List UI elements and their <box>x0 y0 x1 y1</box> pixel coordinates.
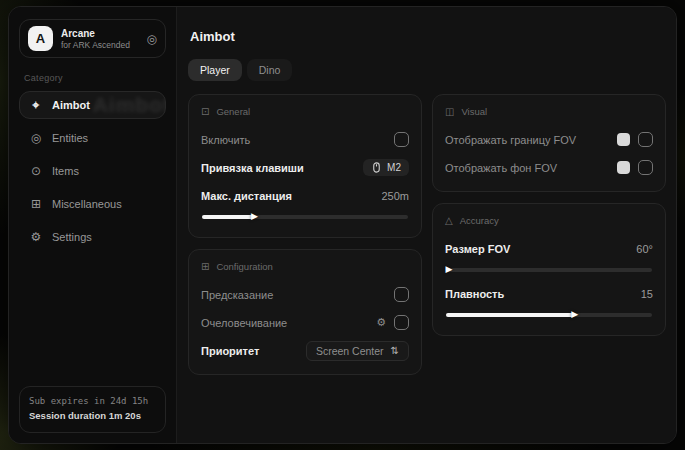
grid-icon: ⊞ <box>29 197 43 211</box>
brand-subtitle: for ARK Ascended <box>61 40 130 50</box>
sidebar-item-label: Miscellaneous <box>52 198 122 210</box>
fov-border-controls <box>617 132 653 147</box>
accuracy-icon: △ <box>445 215 453 226</box>
slider-thumb[interactable]: ▶ <box>571 310 578 319</box>
humanize-controls: ⚙ <box>376 315 409 330</box>
visual-icon: ◫ <box>445 106 454 117</box>
keybind-row: Привязка клавиши M2 <box>201 157 409 178</box>
prediction-label: Предсказание <box>201 289 273 301</box>
sidebar-item-label: Settings <box>52 231 92 243</box>
sidebar-item-entities[interactable]: ◎ Entities <box>19 124 166 152</box>
left-column: ⊡ General Включить Привязка клавиши M2 <box>188 94 422 375</box>
target-icon[interactable]: ◎ <box>147 32 157 46</box>
visual-card-header: ◫ Visual <box>445 106 653 117</box>
main-panel: Aimbot Player Dino ⊡ General Включить <box>177 7 676 443</box>
sidebar-item-label: Items <box>52 165 79 177</box>
sidebar-item-label: Aimbot <box>52 99 90 111</box>
configuration-card-header: ⊞ Configuration <box>201 261 409 272</box>
humanize-label: Очеловечивание <box>201 317 287 329</box>
accuracy-card: △ Accuracy Размер FOV 60° ▶ Плавность <box>432 203 666 336</box>
right-column: ◫ Visual Отображать границу FOV Отобража… <box>432 94 666 336</box>
visual-card: ◫ Visual Отображать границу FOV Отобража… <box>432 94 666 192</box>
fov-background-label: Отображать фон FOV <box>445 162 557 174</box>
configuration-card: ⊞ Configuration Предсказание Очеловечива… <box>188 249 422 375</box>
card-title: General <box>216 106 250 117</box>
configuration-icon: ⊞ <box>201 261 209 272</box>
sidebar-menu: ⌖ Aimbot Aimbot ◎ Entities ⊙ Items ⊞ Mis… <box>19 91 166 251</box>
general-card: ⊡ General Включить Привязка клавиши M2 <box>188 94 422 238</box>
select-arrows-icon: ⇅ <box>391 345 399 356</box>
sidebar-item-label: Entities <box>52 132 88 144</box>
max-distance-slider[interactable]: ▶ <box>202 215 408 219</box>
sub-expires-text: Sub expires in 24d 15h <box>29 396 156 406</box>
max-distance-label: Макс. дистанция <box>201 190 292 202</box>
humanize-row: Очеловечивание ⚙ <box>201 312 409 333</box>
card-title: Configuration <box>216 261 273 272</box>
fov-border-row: Отображать границу FOV <box>445 129 653 150</box>
accuracy-card-header: △ Accuracy <box>445 215 653 226</box>
brand-name: Arcane <box>61 28 130 39</box>
smoothness-row: Плавность 15 <box>445 283 653 304</box>
fov-size-value: 60° <box>636 243 653 255</box>
brand-text: Arcane for ARK Ascended <box>61 28 130 50</box>
smoothness-slider[interactable]: ▶ <box>446 313 652 317</box>
keybind-value: M2 <box>387 162 401 173</box>
general-card-header: ⊡ General <box>201 106 409 117</box>
priority-row: Приоритет Screen Center ⇅ <box>201 340 409 361</box>
fov-background-color-swatch[interactable] <box>617 161 630 174</box>
sidebar-item-miscellaneous[interactable]: ⊞ Miscellaneous <box>19 190 166 218</box>
keybind-label: Привязка клавиши <box>201 162 304 174</box>
subscription-info-box: Sub expires in 24d 15h Session duration … <box>19 386 166 433</box>
prediction-row: Предсказание <box>201 284 409 305</box>
sidebar-item-aimbot[interactable]: ⌖ Aimbot Aimbot <box>19 91 166 119</box>
fov-background-controls <box>617 160 653 175</box>
fov-background-row: Отображать фон FOV <box>445 157 653 178</box>
keybind-button[interactable]: M2 <box>363 159 409 176</box>
mouse-icon <box>371 162 382 173</box>
app-window: A Arcane for ARK Ascended ◎ Category ⌖ A… <box>8 6 677 444</box>
slider-thumb[interactable]: ▶ <box>251 212 258 221</box>
general-icon: ⊡ <box>201 106 209 117</box>
brand-logo: A <box>28 26 53 51</box>
card-title: Visual <box>461 106 487 117</box>
fov-background-checkbox[interactable] <box>638 160 653 175</box>
tab-dino[interactable]: Dino <box>247 59 293 81</box>
fov-border-checkbox[interactable] <box>638 132 653 147</box>
crosshair-icon: ⌖ <box>29 98 43 112</box>
priority-label: Приоритет <box>201 345 259 357</box>
max-distance-value: 250m <box>381 190 409 202</box>
sidebar-item-items[interactable]: ⊙ Items <box>19 157 166 185</box>
humanize-settings-icon[interactable]: ⚙ <box>376 316 386 329</box>
fov-size-slider[interactable]: ▶ <box>446 268 652 272</box>
fov-border-label: Отображать границу FOV <box>445 134 576 146</box>
slider-thumb[interactable]: ▶ <box>446 265 453 274</box>
category-label: Category <box>24 73 161 83</box>
humanize-checkbox[interactable] <box>394 315 409 330</box>
priority-value: Screen Center <box>316 345 384 357</box>
tab-bar: Player Dino <box>188 59 666 81</box>
fov-border-color-swatch[interactable] <box>617 133 630 146</box>
fov-size-label: Размер FOV <box>445 243 510 255</box>
max-distance-row: Макс. дистанция 250m <box>201 185 409 206</box>
fov-size-row: Размер FOV 60° <box>445 238 653 259</box>
priority-dropdown[interactable]: Screen Center ⇅ <box>306 341 409 361</box>
gear-icon: ⚙ <box>29 230 43 244</box>
enable-label: Включить <box>201 134 250 146</box>
smoothness-value: 15 <box>641 288 653 300</box>
enable-checkbox[interactable] <box>394 132 409 147</box>
tab-player[interactable]: Player <box>188 59 242 81</box>
enable-row: Включить <box>201 129 409 150</box>
card-title: Accuracy <box>460 215 499 226</box>
card-columns: ⊡ General Включить Привязка клавиши M2 <box>188 94 666 375</box>
entities-icon: ◎ <box>29 131 43 145</box>
sidebar-item-settings[interactable]: ⚙ Settings <box>19 223 166 251</box>
items-icon: ⊙ <box>29 164 43 178</box>
slider-fill <box>202 215 254 219</box>
session-duration-text: Session duration 1m 20s <box>29 410 156 421</box>
sidebar: A Arcane for ARK Ascended ◎ Category ⌖ A… <box>9 7 177 443</box>
prediction-checkbox[interactable] <box>394 287 409 302</box>
smoothness-label: Плавность <box>445 288 504 300</box>
brand-card: A Arcane for ARK Ascended ◎ <box>19 19 166 58</box>
page-title: Aimbot <box>190 29 666 44</box>
slider-fill <box>446 313 574 317</box>
